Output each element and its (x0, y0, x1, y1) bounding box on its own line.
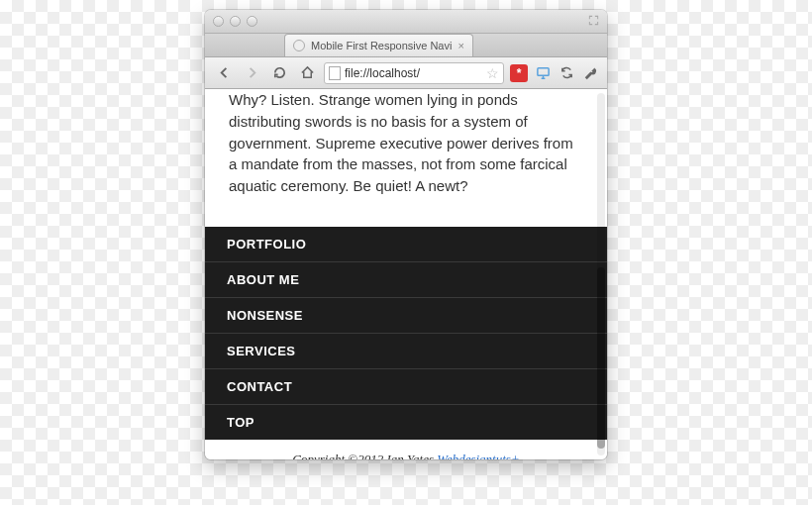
back-button[interactable] (213, 62, 235, 84)
fullscreen-icon[interactable] (588, 15, 599, 28)
traffic-lights (213, 16, 257, 27)
extension-icon-sync[interactable] (558, 64, 575, 82)
vertical-scrollbar[interactable] (597, 93, 605, 455)
minimize-window-button[interactable] (230, 16, 241, 27)
browser-window: Mobile First Responsive Navi × file://lo… (205, 10, 607, 459)
extension-icon-red[interactable]: * (510, 64, 528, 82)
url-text: file://localhost/ (345, 66, 482, 80)
scroll-thumb[interactable] (597, 267, 605, 449)
browser-toolbar: file://localhost/ ☆ * (205, 57, 607, 89)
window-titlebar[interactable] (205, 10, 607, 34)
copyright-text: Copyright ©2012 Ian Yates (292, 452, 437, 459)
close-tab-icon[interactable]: × (457, 40, 463, 51)
nav-item-services[interactable]: SERVICES (205, 334, 607, 369)
page-viewport: Why? Listen. Strange women lying in pond… (205, 89, 607, 459)
nav-item-contact[interactable]: CONTACT (205, 369, 607, 405)
forward-button[interactable] (241, 62, 262, 84)
wrench-menu-icon[interactable] (581, 64, 599, 82)
nav-item-portfolio[interactable]: PORTFOLIO (205, 227, 607, 262)
tab-strip: Mobile First Responsive Navi × (205, 34, 607, 57)
nav-item-nonsense[interactable]: NONSENSE (205, 298, 607, 334)
nav-item-top[interactable]: TOP (205, 405, 607, 440)
url-bar[interactable]: file://localhost/ ☆ (324, 62, 504, 84)
close-window-button[interactable] (213, 16, 224, 27)
tab-title: Mobile First Responsive Navi (311, 40, 452, 51)
globe-icon (293, 40, 305, 51)
nav-item-about-me[interactable]: ABOUT ME (205, 262, 607, 298)
article-paragraph: Why? Listen. Strange women lying in pond… (205, 89, 607, 217)
page-footer: Copyright ©2012 Ian Yates Webdesigntuts+ (205, 440, 607, 459)
home-button[interactable] (296, 62, 318, 84)
extension-icon-monitor[interactable] (534, 64, 552, 82)
browser-tab[interactable]: Mobile First Responsive Navi × (284, 34, 473, 56)
footer-link[interactable]: Webdesigntuts+ (437, 452, 519, 459)
svg-rect-0 (537, 68, 548, 76)
page-icon (329, 66, 341, 80)
reload-button[interactable] (268, 62, 290, 84)
footer-nav: PORTFOLIO ABOUT ME NONSENSE SERVICES CON… (205, 227, 607, 440)
bookmark-star-icon[interactable]: ☆ (486, 65, 499, 81)
zoom-window-button[interactable] (247, 16, 257, 27)
